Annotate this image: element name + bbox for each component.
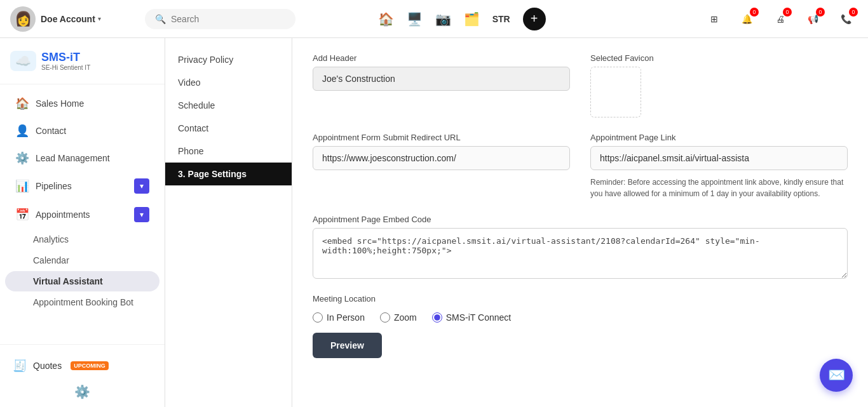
- pipelines-arrow-icon: ▾: [134, 178, 149, 194]
- top-nav: 👩 Doe Account ▾ 🔍 🏠 🖥️ 📷 🗂️ STR + ⊞ 🔔 0 …: [0, 0, 868, 38]
- embed-code-label: Appointment Page Embed Code: [313, 215, 848, 224]
- logo-icon: ☁️: [10, 51, 36, 71]
- sidebar-item-lead-management[interactable]: ⚙️ Lead Management: [5, 145, 159, 171]
- radio-in-person[interactable]: [313, 312, 323, 323]
- sec-item-schedule[interactable]: Schedule: [165, 94, 292, 117]
- sidebar-item-appointment-booking-bot[interactable]: Appointment Booking Bot: [5, 292, 159, 312]
- home-icon: 🏠: [15, 97, 29, 110]
- calendar-icon: 📅: [15, 208, 29, 222]
- search-icon: 🔍: [155, 14, 166, 24]
- form-group-add-header: Add Header: [313, 53, 570, 117]
- nav-center-icons: 🏠 🖥️ 📷 🗂️ STR +: [378, 8, 546, 30]
- bell-badge: 0: [750, 8, 759, 17]
- sub-label-calendar: Calendar: [33, 255, 69, 265]
- account-dropdown[interactable]: Doe Account ▾: [41, 14, 101, 24]
- embed-code-textarea[interactable]: <embed src="https://aicpanel.smsit.ai/vi…: [313, 228, 848, 279]
- radio-item-zoom[interactable]: Zoom: [380, 312, 417, 323]
- monitor-nav-icon[interactable]: 🖥️: [407, 11, 423, 27]
- sec-item-page-settings[interactable]: 3. Page Settings: [165, 163, 292, 185]
- bell-icon-btn[interactable]: 🔔 0: [736, 8, 759, 30]
- grid-icon-btn[interactable]: ⊞: [703, 8, 726, 30]
- radio-item-in-person[interactable]: In Person: [313, 312, 365, 323]
- sidebar-item-analytics[interactable]: Analytics: [5, 229, 159, 250]
- chat-icon: ✉️: [828, 367, 845, 384]
- preview-button[interactable]: Preview: [313, 333, 382, 358]
- sec-label-phone: Phone: [178, 146, 203, 156]
- appointment-url-label: Appointment Form Submit Redirect URL: [313, 133, 570, 142]
- form-group-embed-code: Appointment Page Embed Code <embed src="…: [313, 215, 848, 279]
- sec-item-privacy[interactable]: Privacy Policy: [165, 48, 292, 71]
- radio-label-zoom: Zoom: [394, 312, 417, 323]
- str-label[interactable]: STR: [492, 14, 510, 24]
- chevron-down-icon: ▾: [98, 15, 101, 22]
- quotes-icon: 🧾: [13, 359, 27, 373]
- chat-widget-button[interactable]: ✉️: [820, 359, 853, 392]
- megaphone-badge: 0: [816, 8, 825, 17]
- megaphone-icon-btn[interactable]: 📢 0: [802, 8, 825, 30]
- reminder-text: Reminder: Before accessing the appointme…: [590, 177, 848, 199]
- sidebar-logo: ☁️ SMS-iT SE-Hi Sentient IT: [0, 38, 165, 84]
- logo-sub: SE-Hi Sentient IT: [41, 64, 90, 71]
- sec-item-contact[interactable]: Contact: [165, 117, 292, 140]
- sidebar-item-pipelines[interactable]: 📊 Pipelines ▾: [5, 172, 159, 200]
- print-icon-btn[interactable]: 🖨 0: [769, 8, 792, 30]
- phone-icon-btn[interactable]: 📞 0: [835, 8, 858, 30]
- add-header-input[interactable]: [313, 67, 570, 91]
- camera-nav-icon[interactable]: 📷: [435, 11, 451, 27]
- grid-icon: ⊞: [710, 14, 718, 24]
- sidebar-label-sales-home: Sales Home: [36, 98, 84, 109]
- phone-badge: 0: [849, 8, 858, 17]
- sidebar-label-quotes: Quotes: [33, 361, 62, 371]
- sidebar-item-contact[interactable]: 👤 Contact: [5, 117, 159, 144]
- main-content: Add Header Selected Favicon Appointment …: [292, 38, 868, 407]
- sidebar: ☁️ SMS-iT SE-Hi Sentient IT 🏠 Sales Home…: [0, 38, 165, 407]
- sidebar-item-calendar[interactable]: Calendar: [5, 250, 159, 270]
- sidebar-item-sales-home[interactable]: 🏠 Sales Home: [5, 90, 159, 117]
- appointment-page-link-label: Appointment Page Link: [590, 133, 848, 142]
- selected-favicon-label: Selected Favicon: [590, 53, 848, 63]
- radio-label-smsit-connect: SMS-iT Connect: [446, 312, 511, 323]
- settings-icon[interactable]: ⚙️: [74, 384, 90, 399]
- sub-label-virtual-assistant: Virtual Assistant: [33, 276, 103, 286]
- sidebar-item-virtual-assistant[interactable]: Virtual Assistant: [5, 271, 159, 291]
- sidebar-menu: 🏠 Sales Home 👤 Contact ⚙️ Lead Managemen…: [0, 84, 165, 344]
- tray-nav-icon[interactable]: 🗂️: [464, 11, 480, 27]
- home-nav-icon[interactable]: 🏠: [378, 11, 394, 27]
- form-group-appointment-url: Appointment Form Submit Redirect URL: [313, 133, 570, 199]
- favicon-upload-area[interactable]: [590, 67, 641, 117]
- sidebar-label-pipelines: Pipelines: [36, 181, 72, 191]
- sidebar-item-quotes[interactable]: 🧾 Quotes UPCOMING: [8, 352, 157, 379]
- sub-label-appointment-booking-bot: Appointment Booking Bot: [33, 297, 133, 307]
- search-bar[interactable]: 🔍: [145, 9, 295, 29]
- radio-zoom[interactable]: [380, 312, 390, 323]
- print-icon: 🖨: [776, 14, 785, 24]
- appointment-page-link-input[interactable]: [590, 146, 848, 170]
- sec-item-video[interactable]: Video: [165, 71, 292, 94]
- sidebar-label-appointments: Appointments: [36, 210, 90, 220]
- radio-item-smsit-connect[interactable]: SMS-iT Connect: [432, 312, 511, 323]
- sidebar-item-appointments[interactable]: 📅 Appointments ▾: [5, 201, 159, 229]
- plus-button[interactable]: +: [523, 8, 546, 30]
- appointment-url-input[interactable]: [313, 146, 570, 170]
- form-group-selected-favicon: Selected Favicon: [590, 53, 848, 117]
- sidebar-label-lead-management: Lead Management: [36, 153, 110, 163]
- sec-label-page-settings: 3. Page Settings: [178, 169, 247, 179]
- sec-item-phone[interactable]: Phone: [165, 140, 292, 163]
- print-badge: 0: [783, 8, 792, 17]
- sec-label-video: Video: [178, 77, 201, 88]
- form-row-urls: Appointment Form Submit Redirect URL App…: [313, 133, 848, 199]
- sec-label-schedule: Schedule: [178, 100, 215, 110]
- sidebar-label-contact: Contact: [36, 126, 66, 136]
- form-group-meeting-location: Meeting Location In Person Zoom SMS-iT C…: [313, 294, 848, 323]
- secondary-panel: Privacy Policy Video Schedule Contact Ph…: [165, 38, 292, 407]
- nav-icons: ⊞ 🔔 0 🖨 0 📢 0 📞 0: [703, 8, 858, 30]
- sidebar-bottom: 🧾 Quotes UPCOMING ⚙️: [0, 344, 165, 407]
- add-header-label: Add Header: [313, 53, 570, 63]
- form-row-header: Add Header Selected Favicon: [313, 53, 848, 117]
- radio-smsit-connect[interactable]: [432, 312, 442, 323]
- radio-group-meeting: In Person Zoom SMS-iT Connect: [313, 312, 848, 323]
- sec-label-contact: Contact: [178, 123, 208, 133]
- form-group-appointment-page-link: Appointment Page Link Reminder: Before a…: [590, 133, 848, 199]
- search-input[interactable]: [171, 14, 285, 24]
- upcoming-badge: UPCOMING: [71, 361, 109, 370]
